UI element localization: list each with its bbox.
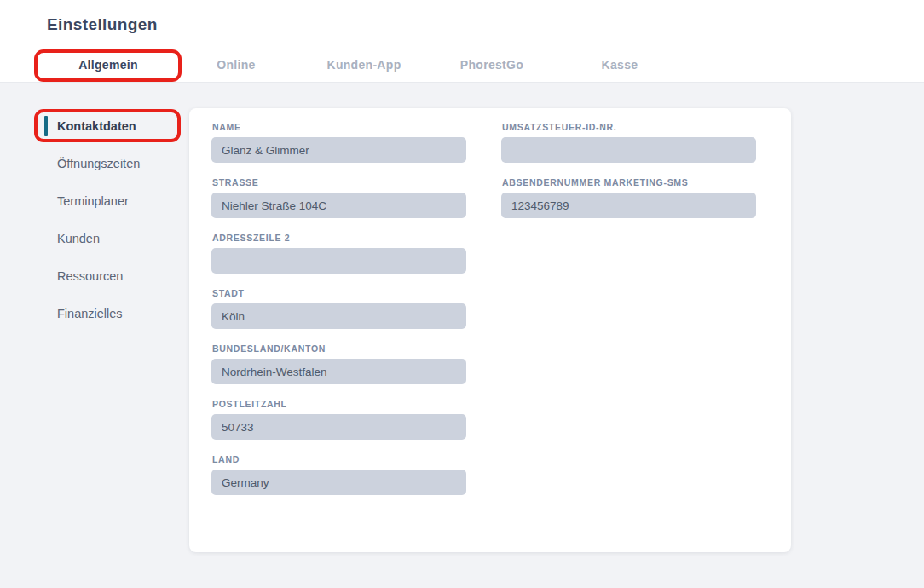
absendernummer-sms-label: ABSENDERNUMMER MARKETING-SMS <box>502 177 756 187</box>
sidebar-item-kunden[interactable]: Kunden <box>0 220 189 257</box>
tab-label: PhorestGo <box>460 58 523 72</box>
sidebar-item-label: Öffnungszeiten <box>57 157 140 170</box>
adresszeile2-label: ADRESSZEILE 2 <box>212 233 466 243</box>
tab-label: Allgemein <box>78 58 138 72</box>
tab-label: Kasse <box>602 58 638 72</box>
field-absendernummer-sms: ABSENDERNUMMER MARKETING-SMS <box>501 177 756 218</box>
tab-kunden-app[interactable]: Kunden-App <box>300 49 428 82</box>
tab-label: Kunden-App <box>327 58 401 72</box>
settings-page: Einstellungen Allgemein Online Kunden-Ap… <box>0 0 924 588</box>
field-name: NAME <box>211 122 466 163</box>
field-land: LAND <box>211 454 466 495</box>
sidebar-item-terminplaner[interactable]: Terminplaner <box>0 182 189 220</box>
sidebar-list: Kontaktdaten Öffnungszeiten Terminplaner… <box>0 84 189 332</box>
postleitzahl-label: POSTLEITZAHL <box>212 399 466 409</box>
land-label: LAND <box>212 454 466 464</box>
tab-kasse[interactable]: Kasse <box>556 49 684 82</box>
tab-allgemein[interactable]: Allgemein <box>44 49 172 82</box>
sidebar-item-kontaktdaten[interactable]: Kontaktdaten <box>0 107 189 145</box>
umsatzsteuer-id-label: UMSATZSTEUER-ID-NR. <box>502 122 756 132</box>
field-postleitzahl: POSTLEITZAHL <box>211 399 466 440</box>
kontaktdaten-card: NAME STRASSE ADRESSZEILE 2 STADT BUNDESL… <box>189 108 791 552</box>
land-input[interactable] <box>211 470 466 495</box>
sidebar-item-label: Ressourcen <box>57 269 123 283</box>
strasse-input[interactable] <box>211 193 466 218</box>
name-input[interactable] <box>211 137 466 163</box>
form-column-left: NAME STRASSE ADRESSZEILE 2 STADT BUNDESL… <box>211 122 466 510</box>
tab-bar: Allgemein Online Kunden-App PhorestGo Ka… <box>44 49 684 82</box>
active-indicator-bar <box>44 116 48 136</box>
sidebar-item-label: Kontaktdaten <box>57 119 136 133</box>
field-adresszeile2: ADRESSZEILE 2 <box>211 233 466 274</box>
tab-online[interactable]: Online <box>172 49 300 82</box>
sidebar-item-label: Finanzielles <box>57 307 123 320</box>
settings-sidebar: Kontaktdaten Öffnungszeiten Terminplaner… <box>0 84 189 332</box>
postleitzahl-input[interactable] <box>211 414 466 440</box>
field-strasse: STRASSE <box>211 177 466 218</box>
bundesland-label: BUNDESLAND/KANTON <box>212 343 466 354</box>
field-stadt: STADT <box>211 288 466 329</box>
tab-label: Online <box>217 58 255 72</box>
sidebar-item-finanzielles[interactable]: Finanzielles <box>0 295 189 332</box>
umsatzsteuer-id-input[interactable] <box>501 137 756 163</box>
strasse-label: STRASSE <box>212 177 466 187</box>
adresszeile2-input[interactable] <box>211 248 466 274</box>
form-column-right: UMSATZSTEUER-ID-NR. ABSENDERNUMMER MARKE… <box>501 122 756 233</box>
page-title: Einstellungen <box>47 15 158 34</box>
sidebar-item-ressourcen[interactable]: Ressourcen <box>0 257 189 295</box>
page-header: Einstellungen Allgemein Online Kunden-Ap… <box>0 0 924 83</box>
absendernummer-sms-input[interactable] <box>501 193 756 218</box>
sidebar-item-oeffnungszeiten[interactable]: Öffnungszeiten <box>0 145 189 182</box>
name-label: NAME <box>212 122 466 132</box>
field-bundesland: BUNDESLAND/KANTON <box>211 343 466 384</box>
sidebar-item-label: Terminplaner <box>57 194 129 208</box>
bundesland-input[interactable] <box>211 359 466 384</box>
stadt-input[interactable] <box>211 303 466 329</box>
stadt-label: STADT <box>212 288 466 298</box>
sidebar-item-label: Kunden <box>57 232 100 245</box>
field-umsatzsteuer-id: UMSATZSTEUER-ID-NR. <box>501 122 756 163</box>
tab-phorestgo[interactable]: PhorestGo <box>428 49 556 82</box>
